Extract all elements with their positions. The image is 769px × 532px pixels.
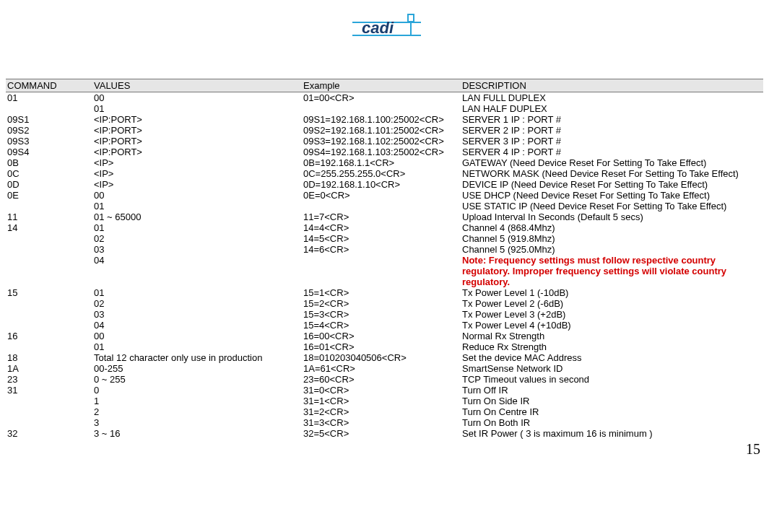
cell-description: SERVER 4 IP : PORT # xyxy=(461,147,763,157)
cell-description: SERVER 3 IP : PORT # xyxy=(461,136,763,147)
cell-description: Upload Interval In Seconds (Default 5 se… xyxy=(461,212,763,222)
cell-description: NETWORK MASK (Need Device Reset For Sett… xyxy=(461,168,763,179)
cell-command xyxy=(6,341,92,352)
cell-values: 03 xyxy=(92,309,302,320)
cell-description: Channel 5 (925.0Mhz) xyxy=(461,244,763,255)
cell-description: DEVICE IP (Need Device Reset For Setting… xyxy=(461,179,763,190)
cell-command xyxy=(6,103,92,114)
cell-example: 15=4<CR> xyxy=(302,320,461,331)
cell-command: 0C xyxy=(6,168,92,179)
cell-values: 00-255 xyxy=(92,363,302,374)
cell-values: 01 xyxy=(92,103,302,114)
cell-values: 01 xyxy=(92,201,302,212)
cell-example: 14=4<CR> xyxy=(302,222,461,233)
cell-example: 15=3<CR> xyxy=(302,309,461,320)
cell-example: 09S1=192.168.1.100:25002<CR> xyxy=(302,114,461,125)
cell-command xyxy=(6,201,92,212)
table-row: 18Total 12 character only use in product… xyxy=(6,352,763,363)
table-row: 0B<IP>0B=192.168.1.1<CR>GATEWAY (Need De… xyxy=(6,157,763,168)
cell-command: 31 xyxy=(6,385,92,396)
table-row: 09S4<IP:PORT>09S4=192.168.1.103:25002<CR… xyxy=(6,147,763,157)
table-row: 230 ~ 25523=60<CR>TCP Timeout values in … xyxy=(6,374,763,385)
cell-example: 0C=255.255.255.0<CR> xyxy=(302,168,461,179)
cell-description: Turn On Both IR xyxy=(461,417,763,428)
cell-command xyxy=(6,309,92,320)
cell-command: 09S3 xyxy=(6,136,92,147)
cell-description: SERVER 2 IP : PORT # xyxy=(461,125,763,136)
table-row: 31031=0<CR>Turn Off IR xyxy=(6,385,763,396)
cell-values: <IP:PORT> xyxy=(92,125,302,136)
cell-values: <IP> xyxy=(92,179,302,190)
cell-example: 09S3=192.168.1.102:25002<CR> xyxy=(302,136,461,147)
cell-example: 14=6<CR> xyxy=(302,244,461,255)
cell-example: 0E=0<CR> xyxy=(302,190,461,201)
logo-container: cadi xyxy=(6,12,763,43)
cell-example: 18=010203040506<CR> xyxy=(302,352,461,363)
cell-command: 0B xyxy=(6,157,92,168)
table-row: 01USE STATIC IP (Need Device Reset For S… xyxy=(6,201,763,212)
cell-command xyxy=(6,396,92,406)
cell-description: SmartSense Network ID xyxy=(461,363,763,374)
cell-description: Normal Rx Strength xyxy=(461,331,763,341)
cell-command xyxy=(6,320,92,331)
table-row: 0C<IP>0C=255.255.255.0<CR>NETWORK MASK (… xyxy=(6,168,763,179)
cell-command: 11 xyxy=(6,212,92,222)
table-header-row: COMMAND VALUES Example DESCRIPTION xyxy=(6,79,763,92)
cell-values: <IP:PORT> xyxy=(92,114,302,125)
cell-description: Turn On Centre IR xyxy=(461,406,763,417)
cell-example: 23=60<CR> xyxy=(302,374,461,385)
cell-command: 14 xyxy=(6,222,92,233)
cell-example: 0D=192.168.1.10<CR> xyxy=(302,179,461,190)
table-row: 131=1<CR>Turn On Side IR xyxy=(6,396,763,406)
table-row: 331=3<CR>Turn On Both IR xyxy=(6,417,763,428)
table-row: 140114=4<CR>Channel 4 (868.4Mhz) xyxy=(6,222,763,233)
table-row: 09S1<IP:PORT>09S1=192.168.1.100:25002<CR… xyxy=(6,114,763,125)
cell-command: 23 xyxy=(6,374,92,385)
cell-description: Note: Frequency settings must follow res… xyxy=(461,255,763,287)
cell-values: 01 xyxy=(92,341,302,352)
cell-values: 3 ~ 16 xyxy=(92,428,302,439)
table-row: 1101 ~ 6500011=7<CR>Upload Interval In S… xyxy=(6,212,763,222)
cell-command: 01 xyxy=(6,92,92,104)
cell-example: 31=2<CR> xyxy=(302,406,461,417)
cell-example: 11=7<CR> xyxy=(302,212,461,222)
table-row: 150115=1<CR>Tx Power Level 1 (-10dB) xyxy=(6,287,763,298)
table-row: 0E000E=0<CR>USE DHCP (Need Device Reset … xyxy=(6,190,763,201)
cell-values: 00 xyxy=(92,92,302,104)
table-row: 160016=00<CR>Normal Rx Strength xyxy=(6,331,763,341)
cell-values: 01 xyxy=(92,222,302,233)
cell-description: Set the device MAC Address xyxy=(461,352,763,363)
cell-description: Turn On Side IR xyxy=(461,396,763,406)
cell-values: Total 12 character only use in productio… xyxy=(92,352,302,363)
table-row: 0314=6<CR>Channel 5 (925.0Mhz) xyxy=(6,244,763,255)
cell-description: USE DHCP (Need Device Reset For Setting … xyxy=(461,190,763,201)
cell-values: 02 xyxy=(92,233,302,244)
cell-values: <IP> xyxy=(92,168,302,179)
cell-example: 09S2=192.168.1.101:25002<CR> xyxy=(302,125,461,136)
header-values: VALUES xyxy=(92,79,302,92)
table-row: 0315=3<CR>Tx Power Level 3 (+2dB) xyxy=(6,309,763,320)
cell-command: 1A xyxy=(6,363,92,374)
cell-example: 16=01<CR> xyxy=(302,341,461,352)
cell-description: Channel 5 (919.8Mhz) xyxy=(461,233,763,244)
cell-description: SERVER 1 IP : PORT # xyxy=(461,114,763,125)
table-row: 04Note: Frequency settings must follow r… xyxy=(6,255,763,287)
cell-values: 2 xyxy=(92,406,302,417)
cell-example: 14=5<CR> xyxy=(302,233,461,244)
cell-example: 15=1<CR> xyxy=(302,287,461,298)
cell-command xyxy=(6,298,92,309)
svg-text:cadi: cadi xyxy=(362,19,394,37)
table-row: 0214=5<CR>Channel 5 (919.8Mhz) xyxy=(6,233,763,244)
cell-example xyxy=(302,255,461,287)
cell-values: 00 xyxy=(92,190,302,201)
page-number: 15 xyxy=(746,441,760,458)
cell-example: 15=2<CR> xyxy=(302,298,461,309)
header-example: Example xyxy=(302,79,461,92)
cell-command xyxy=(6,255,92,287)
cell-example: 16=00<CR> xyxy=(302,331,461,341)
document-page: cadi COMMAND VALUES Example DESCRIPTION … xyxy=(0,0,769,461)
cell-example xyxy=(302,103,461,114)
cell-values: <IP> xyxy=(92,157,302,168)
cell-command: 0E xyxy=(6,190,92,201)
svg-rect-3 xyxy=(408,14,414,22)
